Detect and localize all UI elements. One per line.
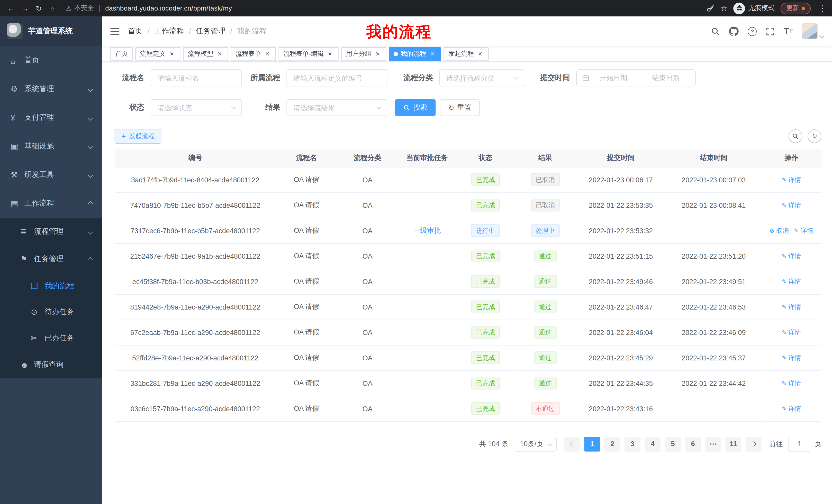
detail-link[interactable]: ✎详情	[782, 175, 801, 184]
detail-link[interactable]: ✎详情	[782, 302, 801, 311]
font-size-icon[interactable]: TT	[784, 27, 793, 35]
goto-page-input[interactable]	[788, 437, 811, 451]
sidebar-item-label: 任务管理	[34, 254, 64, 264]
search-button[interactable]: 搜索	[395, 99, 436, 116]
top-navbar: 首页 / 工作流程 / 任务管理 / 我的流程 我的流程 ?	[102, 17, 832, 46]
user-avatar[interactable]	[802, 23, 824, 39]
tab-user-group[interactable]: 用户分组×	[341, 47, 386, 61]
tab-my-process[interactable]: 我的流程×	[389, 47, 441, 61]
prev-page-button[interactable]	[564, 437, 580, 451]
detail-link[interactable]: ✎详情	[782, 201, 801, 209]
app-logo[interactable]: 芋道管理系统	[0, 17, 102, 46]
sidebar-item-done-tasks[interactable]: ✂已办任务	[0, 325, 102, 351]
category-select-input[interactable]	[439, 69, 524, 86]
process-category-cell: OA	[337, 243, 398, 269]
page-button-6[interactable]: 6	[685, 437, 701, 451]
status-select-input[interactable]	[151, 99, 242, 116]
refresh-table-button[interactable]: ↻	[808, 129, 822, 143]
help-icon[interactable]: ?	[748, 27, 757, 36]
sidebar-item-todo-tasks[interactable]: ⊙待办任务	[0, 299, 102, 325]
detail-link[interactable]: ✎详情	[782, 404, 801, 413]
sidebar-item-workflow[interactable]: ▤工作流程	[0, 189, 102, 218]
forward-button[interactable]: →	[18, 1, 32, 15]
back-button[interactable]: ←	[4, 1, 18, 15]
tab-process-form[interactable]: 流程表单×	[231, 47, 276, 61]
close-icon[interactable]: ×	[374, 50, 382, 58]
page-button-4[interactable]: 4	[645, 437, 661, 451]
tab-process-model[interactable]: 流程模型×	[183, 47, 228, 61]
result-select-input[interactable]	[286, 99, 387, 116]
fullscreen-icon[interactable]	[766, 27, 775, 36]
close-icon[interactable]: ×	[168, 50, 176, 58]
reset-button[interactable]: ↻ 重置	[440, 99, 480, 116]
cancel-icon: ⊘	[770, 227, 774, 234]
detail-link[interactable]: ✎详情	[782, 379, 801, 388]
header-search-icon[interactable]	[711, 27, 720, 36]
cancel-link[interactable]: ⊘取消	[770, 226, 789, 235]
page-button-5[interactable]: 5	[665, 437, 681, 451]
tab-home[interactable]: 首页	[110, 47, 133, 61]
sidebar-item-devtools[interactable]: ⚒研发工具	[0, 161, 102, 189]
sidebar-item-leave-query[interactable]: ☻请假查询	[0, 351, 102, 379]
detail-link[interactable]: ✎详情	[782, 277, 801, 286]
github-icon[interactable]	[729, 26, 739, 36]
sidebar-item-system-manage[interactable]: ⚙系统管理	[0, 75, 102, 103]
create-process-button[interactable]: + 发起流程	[115, 129, 161, 144]
bookmark-star-icon[interactable]: ☆	[721, 3, 728, 13]
result-select[interactable]	[286, 99, 387, 116]
warning-icon: ⚠	[66, 5, 72, 12]
sidebar-item-my-process[interactable]: ❏我的流程	[0, 273, 102, 299]
sidebar-item-home[interactable]: ⌂首页	[0, 46, 102, 75]
process-category-cell: OA	[337, 269, 398, 294]
sidebar-item-infrastructure[interactable]: ▣基础设施	[0, 132, 102, 161]
current-task-link[interactable]: 一级审批	[413, 226, 441, 234]
update-button[interactable]: 更新	[781, 2, 811, 14]
sidebar-item-process-manage[interactable]: ≣流程管理	[0, 218, 102, 245]
action-label: 详情	[788, 277, 801, 286]
process-definition-input[interactable]	[286, 69, 387, 86]
tab-process-definition[interactable]: 流程定义×	[135, 47, 180, 61]
page-button-3[interactable]: 3	[625, 437, 641, 451]
process-name-input[interactable]	[151, 69, 242, 86]
tab-start-process[interactable]: 发起流程×	[443, 47, 489, 61]
address-bar[interactable]: ⚠ 不安全 dashboard.yudao.iocoder.cn/bpm/tas…	[66, 4, 706, 12]
tab-process-form-edit[interactable]: 流程表单-编辑×	[279, 47, 338, 61]
page-button-2[interactable]: 2	[604, 437, 620, 451]
hamburger-icon[interactable]	[102, 27, 128, 35]
category-select[interactable]	[439, 69, 524, 86]
close-icon[interactable]: ×	[264, 50, 271, 58]
reload-button[interactable]: ↻	[32, 1, 46, 15]
detail-link[interactable]: ✎详情	[782, 353, 801, 362]
sidebar-item-payment-manage[interactable]: ¥支付管理	[0, 103, 102, 132]
url-text[interactable]: dashboard.yudao.iocoder.cn/bpm/task/my	[105, 5, 232, 12]
breadcrumb-workflow[interactable]: 工作流程	[154, 26, 184, 36]
close-icon[interactable]: ×	[216, 50, 224, 58]
page-button-1[interactable]: 1	[584, 437, 600, 451]
detail-icon: ✎	[782, 253, 787, 259]
sidebar-item-task-manage[interactable]: ⚑任务管理	[0, 245, 102, 273]
end-time-cell: 2022-01-22 23:49:51	[666, 269, 761, 294]
detail-link[interactable]: ✎详情	[782, 328, 801, 337]
detail-link[interactable]: ✎详情	[782, 251, 801, 260]
reset-button-label: 重置	[458, 103, 471, 112]
more-pages-button[interactable]: ⋯	[705, 437, 721, 451]
show-search-button[interactable]	[788, 129, 802, 143]
next-page-button[interactable]	[746, 437, 761, 451]
detail-link[interactable]: ✎详情	[794, 226, 813, 235]
submit-time-range-picker[interactable]: 开始日期 - 结束日期	[576, 69, 696, 86]
close-icon[interactable]: ×	[429, 50, 436, 58]
password-key-icon[interactable]	[706, 4, 714, 12]
close-icon[interactable]: ×	[326, 50, 334, 58]
list-icon: ≣	[20, 227, 32, 236]
breadcrumb-home[interactable]: 首页	[128, 26, 143, 36]
browser-menu-icon[interactable]: ⋮	[816, 3, 828, 13]
process-name-cell: OA 请假	[276, 396, 337, 421]
home-button[interactable]: ⌂	[46, 1, 59, 15]
chevron-down-icon	[88, 144, 93, 149]
security-label[interactable]: 不安全	[74, 4, 94, 12]
page-size-select[interactable]: 10条/页	[515, 437, 557, 451]
status-select[interactable]	[151, 99, 242, 116]
close-icon[interactable]: ×	[476, 50, 484, 58]
breadcrumb-task-manage[interactable]: 任务管理	[196, 26, 226, 36]
page-button-11[interactable]: 11	[725, 437, 741, 451]
